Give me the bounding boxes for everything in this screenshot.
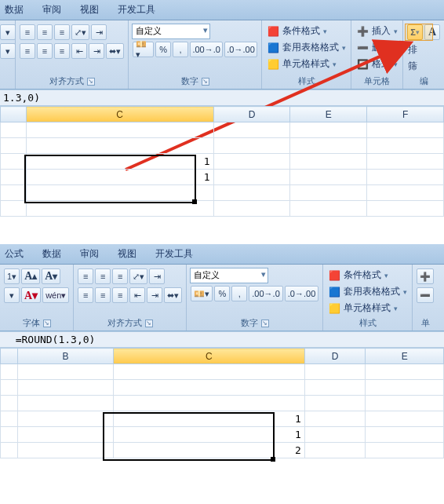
sort-icon[interactable]: A <box>424 24 440 40</box>
tab-dev-b[interactable]: 开发工具 <box>155 247 193 261</box>
col-header-d-b[interactable]: D <box>304 349 366 364</box>
group-font: 1▾ A▴ A▾ ▾ A▾ wén▾ 字体↘ <box>0 265 74 331</box>
font-size-dd[interactable]: 1▾ <box>4 268 20 284</box>
merge-icon[interactable]: ⬌▾ <box>106 43 124 59</box>
decrease-decimal-icon[interactable]: .0→.00 <box>224 42 257 57</box>
tab-view-b[interactable]: 视图 <box>118 247 136 261</box>
tab-dev[interactable]: 开发工具 <box>118 3 155 16</box>
font-color-icon[interactable]: A▾ <box>21 287 41 303</box>
corner-cell[interactable] <box>1 107 27 122</box>
indent-dec-icon-b[interactable]: ⇤ <box>129 287 145 303</box>
group-cells: ➕插入▾ ➖删除▾ 🔲格式▾ 单元格 <box>351 20 403 89</box>
cell-c4-b[interactable]: 1 <box>114 411 305 427</box>
align-center-icon[interactable]: ≡ <box>37 43 53 59</box>
col-header-e[interactable]: E <box>290 107 367 122</box>
comma-icon-b[interactable]: , <box>231 286 247 301</box>
currency-icon-b[interactable]: 💴▾ <box>191 286 213 301</box>
number-format-select-b[interactable]: 自定义 <box>190 268 268 283</box>
cell-c6-b[interactable]: 2 <box>114 443 305 458</box>
tab-formula-b[interactable]: 公式 <box>5 247 24 261</box>
currency-icon[interactable]: 💴▾ <box>133 42 154 57</box>
number-dialog-icon-b[interactable]: ↘ <box>261 320 269 327</box>
col-header-b-b[interactable]: B <box>18 349 114 364</box>
orientation-icon[interactable]: ⤢▾ <box>71 24 89 40</box>
cell-styles-button[interactable]: 🟨单元格样式▾ <box>265 57 338 71</box>
group-number-label: 数字 <box>181 75 198 87</box>
align-left-icon-b[interactable]: ≡ <box>78 287 93 303</box>
wrap-text-icon[interactable]: ⇥ <box>91 24 107 40</box>
tab-view[interactable]: 视图 <box>80 3 99 16</box>
formula-bar-top[interactable]: 1.3,0) <box>0 89 444 106</box>
table-format-icon: 🟦 <box>267 42 279 54</box>
align-middle-icon[interactable]: ≡ <box>37 24 53 40</box>
unknown-btn2[interactable]: ▾ <box>0 43 16 59</box>
comma-icon[interactable]: , <box>173 42 188 57</box>
conditional-format-button-b[interactable]: 🟥条件格式▾ <box>326 268 390 283</box>
delete-button[interactable]: ➖删除▾ <box>355 40 399 55</box>
align-middle-icon-b[interactable]: ≡ <box>95 268 111 284</box>
decrease-decimal-icon-b[interactable]: .0→.00 <box>285 286 318 301</box>
indent-dec-icon[interactable]: ⇤ <box>71 43 87 59</box>
cell-c5-b[interactable]: 1 <box>114 427 305 443</box>
group-styles: 🟥条件格式▾ 🟦套用表格格式▾ 🟨单元格样式▾ 样式 <box>262 20 351 89</box>
cond-format-icon-b: 🟥 <box>328 269 340 282</box>
corner-cell-b[interactable] <box>1 349 18 364</box>
increase-decimal-icon[interactable]: .00→.0 <box>190 42 223 57</box>
percent-icon-b[interactable]: % <box>214 286 230 301</box>
number-dialog-icon[interactable]: ↘ <box>202 78 209 86</box>
delete-icon: ➖ <box>356 42 369 54</box>
cond-format-icon: 🟥 <box>267 25 279 38</box>
tab-review[interactable]: 审阅 <box>42 3 61 16</box>
grid-top[interactable]: C D E F 1 1 <box>0 106 444 239</box>
tab-review-b[interactable]: 审阅 <box>80 247 99 261</box>
font-dialog-icon[interactable]: ↘ <box>43 320 51 327</box>
percent-icon[interactable]: % <box>155 42 171 57</box>
cell-c4[interactable]: 1 <box>26 170 213 185</box>
indent-inc-icon[interactable]: ⇥ <box>89 43 104 59</box>
conditional-format-button[interactable]: 🟥条件格式▾ <box>265 24 329 38</box>
align-top-icon-b[interactable]: ≡ <box>78 268 93 284</box>
tab-data[interactable]: 数据 <box>5 3 24 16</box>
format-as-table-button-b[interactable]: 🟦套用表格格式▾ <box>326 284 409 299</box>
find-button[interactable]: 筛 <box>406 59 419 74</box>
insert-icon-b[interactable]: ➕ <box>417 268 434 284</box>
insert-button[interactable]: ➕插入▾ <box>355 24 399 38</box>
align-dialog-icon[interactable]: ↘ <box>87 78 95 86</box>
align-bottom-icon[interactable]: ≡ <box>54 24 70 40</box>
align-left-icon[interactable]: ≡ <box>20 43 35 59</box>
grid-bottom[interactable]: B C D E 1 1 2 <box>0 348 444 481</box>
autosum-button[interactable]: Σ▾ <box>407 24 423 40</box>
col-header-c[interactable]: C <box>26 107 213 122</box>
col-header-f[interactable]: F <box>367 107 444 122</box>
cell-c3[interactable]: 1 <box>26 154 213 170</box>
format-as-table-button[interactable]: 🟦套用表格格式▾ <box>265 40 348 55</box>
group-edit-label: 编 <box>420 75 428 87</box>
col-header-c-b[interactable]: C <box>114 349 305 364</box>
grow-font-icon[interactable]: A▴ <box>21 268 40 284</box>
format-button[interactable]: 🔲格式▾ <box>355 57 399 71</box>
align-dialog-icon-b[interactable]: ↘ <box>145 320 153 327</box>
merge-icon-b[interactable]: ⬌▾ <box>164 287 182 303</box>
align-right-icon[interactable]: ≡ <box>54 43 70 59</box>
align-center-icon-b[interactable]: ≡ <box>95 287 111 303</box>
sort-filter-button[interactable]: 排 <box>406 42 419 57</box>
col-header-d[interactable]: D <box>213 107 290 122</box>
borders-icon[interactable]: ▾ <box>4 287 20 303</box>
col-header-e-b[interactable]: E <box>366 349 444 364</box>
increase-decimal-icon-b[interactable]: .00→.0 <box>249 286 282 301</box>
delete-icon-b[interactable]: ➖ <box>417 287 434 303</box>
phonetic-icon[interactable]: wén▾ <box>42 287 69 303</box>
align-right-icon-b[interactable]: ≡ <box>112 287 128 303</box>
align-bottom-icon-b[interactable]: ≡ <box>112 268 128 284</box>
unknown-btn[interactable]: ▾ <box>0 24 16 40</box>
wrap-text-icon-b[interactable]: ⇥ <box>149 268 165 284</box>
align-top-icon[interactable]: ≡ <box>20 24 35 40</box>
shrink-font-icon[interactable]: A▾ <box>42 268 60 284</box>
tab-data-b[interactable]: 数据 <box>42 247 61 261</box>
orientation-icon-b[interactable]: ⤢▾ <box>129 268 147 284</box>
cell-styles-button-b[interactable]: 🟨单元格样式▾ <box>326 301 399 316</box>
formula-bar-bottom[interactable]: =ROUND(1.3,0) <box>0 331 444 348</box>
indent-inc-icon-b[interactable]: ⇥ <box>147 287 162 303</box>
number-format-select[interactable]: 自定义 <box>132 24 210 39</box>
group-alignment: ≡ ≡ ≡ ⤢▾ ⇥ ≡ ≡ ≡ ⇤ ⇥ ⬌▾ 对齐方式↘ <box>16 20 129 89</box>
